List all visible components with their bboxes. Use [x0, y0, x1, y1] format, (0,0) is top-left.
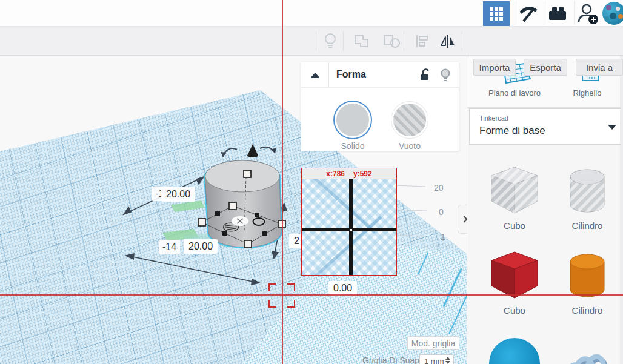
magnifier-crosshair-h	[302, 228, 396, 231]
unlock-icon[interactable]	[418, 68, 432, 82]
chevron-down-icon	[608, 125, 616, 130]
sidebar-collapse-tab[interactable]	[458, 205, 467, 234]
crosshair-bracket	[287, 283, 295, 291]
shape-tile-sphere-blue[interactable]	[481, 334, 548, 364]
crosshair-bracket	[268, 283, 276, 291]
size-y-field[interactable]: 20.00	[184, 239, 218, 254]
ruler-label: Righello	[557, 88, 618, 98]
minecraft-pickaxe-icon	[518, 4, 539, 24]
position-y-label: -14	[159, 240, 180, 254]
lightbulb-visibility-icon[interactable]	[438, 68, 453, 82]
shape-inspector-header: Forma	[301, 62, 459, 88]
shape-inspector-panel: Forma Solido Vuoto	[301, 62, 459, 151]
cylinder-striped-icon	[560, 161, 615, 217]
send-to-button[interactable]: Invia a	[576, 59, 623, 76]
crosshair-horizontal-line	[0, 294, 623, 296]
magnifier-coordinates: x:786 y:592	[302, 168, 396, 179]
lightbulb-button[interactable]	[320, 32, 341, 50]
hole-label: Vuoto	[393, 141, 426, 151]
callout-value: 20	[434, 183, 444, 193]
edit-toolbar: Importa Esporta Invia a	[0, 27, 623, 56]
cylinder-shape[interactable]	[205, 160, 281, 247]
sphere-blue-icon	[487, 334, 542, 364]
blocks-button[interactable]	[544, 1, 571, 26]
shape-tile-label: Cubo	[481, 305, 548, 316]
crosshair-bracket	[268, 300, 276, 308]
mirror-icon	[439, 34, 456, 48]
library-selected-value: Forme di base	[479, 125, 545, 137]
group-button[interactable]	[351, 32, 372, 50]
apps-grid-icon	[490, 7, 503, 21]
shape-tile-cube-striped[interactable]: Cubo	[481, 161, 548, 231]
workplane-label: Piano di lavoro	[472, 88, 557, 98]
crosshair-vertical-line	[282, 0, 283, 364]
solid-swatch[interactable]	[336, 104, 369, 136]
top-bar	[0, 0, 623, 27]
cube-red-icon	[487, 246, 542, 302]
shape-tile-cylinder-orange[interactable]: Cilindro	[554, 246, 621, 316]
toolbar-divider	[404, 31, 404, 51]
add-person-icon	[576, 2, 599, 25]
magnifier-view	[302, 179, 396, 275]
ungroup-button[interactable]	[382, 32, 402, 50]
panel-collapse-button[interactable]	[301, 62, 329, 88]
chevron-right-icon	[461, 216, 467, 222]
lightbulb-icon	[324, 33, 337, 50]
scribble-blue-icon	[560, 334, 615, 364]
shape-tile-label: Cubo	[481, 220, 548, 231]
screen-magnifier: x:786 y:592	[301, 168, 397, 276]
grid-mode-button[interactable]: Mod. griglia	[407, 336, 459, 350]
stepper-arrows-icon[interactable]	[445, 357, 450, 364]
cube-striped-icon	[487, 161, 542, 217]
hole-swatch[interactable]	[393, 104, 426, 136]
collapse-up-icon	[310, 73, 320, 78]
size-x-field[interactable]: 20.00	[161, 187, 195, 202]
snap-grid-value: 1 mm	[424, 357, 444, 364]
shape-tile-cube-red[interactable]: Cubo	[481, 246, 548, 316]
magnifier-crosshair-v	[349, 179, 353, 275]
shape-tile-cylinder-striped[interactable]: Cilindro	[554, 161, 621, 231]
snap-grid-select[interactable]: 1 mm	[419, 354, 454, 364]
viewport-3d[interactable]: -16 20.00 -14 20.00 0.00 2 20 0 1 Forma	[0, 56, 467, 364]
shape-library-dropdown[interactable]: Tinkercad Forme di base	[469, 108, 623, 145]
import-button[interactable]: Importa	[473, 59, 516, 76]
library-eyebrow: Tinkercad	[479, 114, 508, 122]
shape-tile-label: Cilindro	[554, 220, 621, 231]
brick-icon	[547, 5, 568, 23]
group-icon	[353, 33, 371, 50]
magnifier-x: x:786	[326, 170, 345, 178]
magnifier-center-pixel	[350, 229, 352, 231]
crosshair-bracket	[287, 300, 295, 308]
callout-value: 1	[441, 232, 445, 242]
snap-grid-label: Griglia Di Snap	[362, 356, 419, 364]
add-person-button[interactable]	[575, 1, 601, 26]
mirror-button[interactable]	[438, 32, 458, 50]
tinkercad-app: Importa Esporta Invia a	[0, 0, 623, 364]
user-avatar[interactable]	[602, 2, 623, 25]
shape-tile-scribble-blue[interactable]	[554, 334, 621, 364]
apps-grid-button[interactable]	[483, 1, 510, 26]
export-button[interactable]: Esporta	[524, 59, 567, 76]
toolbar-divider	[343, 31, 344, 51]
magnifier-y: y:592	[353, 170, 372, 178]
solid-label: Solido	[336, 141, 369, 151]
snap-highlight	[171, 200, 205, 212]
panel-title: Forma	[336, 69, 366, 80]
toolbar-divider	[462, 31, 462, 51]
align-button[interactable]	[412, 32, 433, 50]
move-up-handle[interactable]	[247, 144, 258, 157]
position-z-field[interactable]: 0.00	[328, 281, 357, 296]
minecraft-button[interactable]	[515, 1, 542, 26]
shape-tile-label: Cilindro	[554, 305, 621, 316]
cylinder-orange-icon	[560, 246, 615, 302]
callout-value: 0	[439, 207, 444, 217]
toolbar-divider	[316, 31, 316, 51]
sidebar-scrollbar[interactable]	[620, 56, 623, 364]
shapes-sidebar: Piano di lavoro Righello Tinkercad Forme…	[467, 56, 623, 364]
align-icon	[415, 34, 430, 48]
ungroup-icon	[382, 33, 402, 50]
